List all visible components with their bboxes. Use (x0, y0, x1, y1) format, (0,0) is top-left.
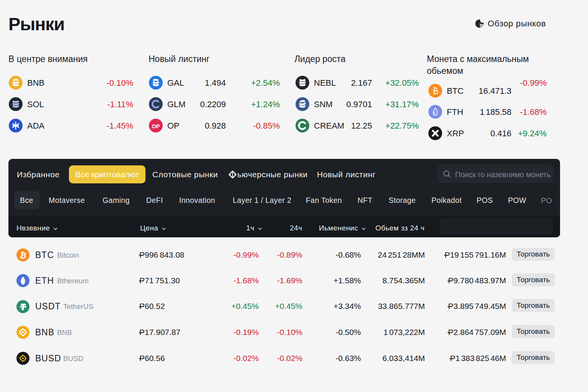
svg-text:OP: OP (152, 123, 160, 129)
